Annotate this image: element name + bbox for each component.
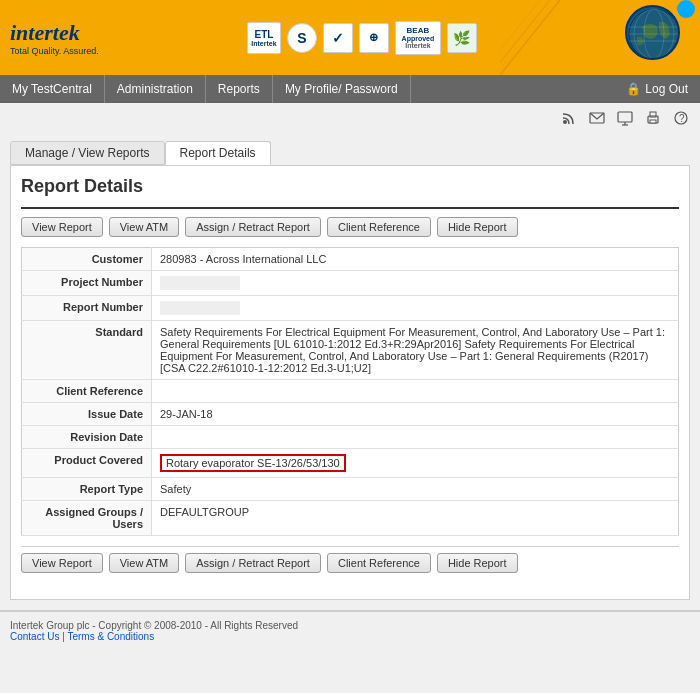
svg-text:?: ? [679, 113, 685, 124]
check-icon: ✓ [323, 23, 353, 53]
details-table: Customer 280983 - Across International L… [21, 247, 679, 536]
assigned-groups-label: Assigned Groups / Users [22, 501, 152, 536]
globe-svg [627, 7, 680, 60]
header: intertek Total Quality. Assured. ETLInte… [0, 0, 700, 75]
svg-point-9 [563, 120, 567, 124]
customer-value: 280983 - Across International LLC [152, 248, 679, 271]
report-type-value: Safety [152, 478, 679, 501]
hide-report-button-top[interactable]: Hide Report [437, 217, 518, 237]
product-covered-value: Rotary evaporator SE-13/26/53/130 [152, 449, 679, 478]
page-footer: Intertek Group plc - Copyright © 2008-20… [0, 610, 700, 650]
report-type-label: Report Type [22, 478, 152, 501]
print-icon[interactable] [642, 107, 664, 129]
assigned-groups-value: DEFAULTGROUP [152, 501, 679, 536]
view-report-button-top[interactable]: View Report [21, 217, 103, 237]
table-row-assigned-groups: Assigned Groups / Users DEFAULTGROUP [22, 501, 679, 536]
view-report-button-bottom[interactable]: View Report [21, 553, 103, 573]
standard-label: Standard [22, 321, 152, 380]
rss-icon[interactable] [558, 107, 580, 129]
table-row-report-number: Report Number [22, 296, 679, 321]
table-row-client-reference: Client Reference [22, 380, 679, 403]
nav-my-testcentral[interactable]: My TestCentral [0, 75, 105, 103]
view-atm-button-top[interactable]: View ATM [109, 217, 180, 237]
report-number-masked [160, 301, 240, 315]
email-icon[interactable] [586, 107, 608, 129]
button-row-bottom: View Report View ATM Assign / Retract Re… [21, 546, 679, 579]
customer-label: Customer [22, 248, 152, 271]
table-row-issue-date: Issue Date 29-JAN-18 [22, 403, 679, 426]
nav-reports[interactable]: Reports [206, 75, 273, 103]
table-row-standard: Standard Safety Requirements For Electri… [22, 321, 679, 380]
beab-icon: BEAB Approved Intertek [395, 21, 441, 55]
logout-button[interactable]: 🔒 Log Out [614, 75, 700, 103]
svg-line-7 [500, 0, 550, 75]
report-number-label: Report Number [22, 296, 152, 321]
client-reference-button-bottom[interactable]: Client Reference [327, 553, 431, 573]
assign-retract-button-bottom[interactable]: Assign / Retract Report [185, 553, 321, 573]
standard-value: Safety Requirements For Electrical Equip… [152, 321, 679, 380]
etl-icon: ETLIntertek [247, 22, 281, 54]
project-number-label: Project Number [22, 271, 152, 296]
nav-profile-password[interactable]: My Profile/ Password [273, 75, 411, 103]
certification-icons: ETLIntertek S ✓ ⊕ BEAB Approved Intertek… [247, 21, 477, 55]
svg-rect-11 [618, 112, 632, 122]
lock-icon: 🔒 [626, 82, 641, 96]
project-number-masked [160, 276, 240, 290]
client-reference-button-top[interactable]: Client Reference [327, 217, 431, 237]
diamond-icon: ⊕ [359, 23, 389, 53]
revision-date-value [152, 426, 679, 449]
tabs: Manage / View Reports Report Details [0, 133, 700, 165]
nav-administration[interactable]: Administration [105, 75, 206, 103]
tab-manage-reports[interactable]: Manage / View Reports [10, 141, 165, 165]
content-area: Report Details View Report View ATM Assi… [10, 166, 690, 600]
help-icon[interactable]: ? [670, 107, 692, 129]
page-title: Report Details [21, 176, 679, 197]
tab-report-details[interactable]: Report Details [165, 141, 271, 165]
monitor-icon[interactable] [614, 107, 636, 129]
issue-date-value: 29-JAN-18 [152, 403, 679, 426]
navbar: My TestCentral Administration Reports My… [0, 75, 700, 103]
project-number-value [152, 271, 679, 296]
product-covered-label: Product Covered [22, 449, 152, 478]
blue-dot [677, 0, 695, 18]
footer-links: Contact Us | Terms & Conditions [10, 631, 690, 642]
logo-text: intertek [10, 20, 99, 46]
leaf-icon: 🌿 [447, 23, 477, 53]
globe-icon [625, 5, 690, 70]
client-reference-label: Client Reference [22, 380, 152, 403]
hide-report-button-bottom[interactable]: Hide Report [437, 553, 518, 573]
table-row-customer: Customer 280983 - Across International L… [22, 248, 679, 271]
table-row-project-number: Project Number [22, 271, 679, 296]
svg-rect-16 [650, 120, 656, 123]
svg-line-6 [500, 0, 560, 75]
section-divider [21, 207, 679, 209]
copyright-text: Intertek Group plc - Copyright © 2008-20… [10, 620, 690, 631]
logo-tagline: Total Quality. Assured. [10, 46, 99, 56]
table-row-revision-date: Revision Date [22, 426, 679, 449]
issue-date-label: Issue Date [22, 403, 152, 426]
revision-date-label: Revision Date [22, 426, 152, 449]
contact-us-link[interactable]: Contact Us [10, 631, 59, 642]
assign-retract-button-top[interactable]: Assign / Retract Report [185, 217, 321, 237]
diagonal-decoration [500, 0, 560, 75]
table-row-report-type: Report Type Safety [22, 478, 679, 501]
table-row-product-covered: Product Covered Rotary evaporator SE-13/… [22, 449, 679, 478]
view-atm-button-bottom[interactable]: View ATM [109, 553, 180, 573]
button-row-top: View Report View ATM Assign / Retract Re… [21, 217, 679, 237]
toolbar-icons: ? [0, 103, 700, 133]
product-covered-highlighted: Rotary evaporator SE-13/26/53/130 [160, 454, 346, 472]
terms-link[interactable]: Terms & Conditions [67, 631, 154, 642]
client-reference-value [152, 380, 679, 403]
logo: intertek Total Quality. Assured. [10, 20, 99, 56]
s-icon: S [287, 23, 317, 53]
report-number-value [152, 296, 679, 321]
